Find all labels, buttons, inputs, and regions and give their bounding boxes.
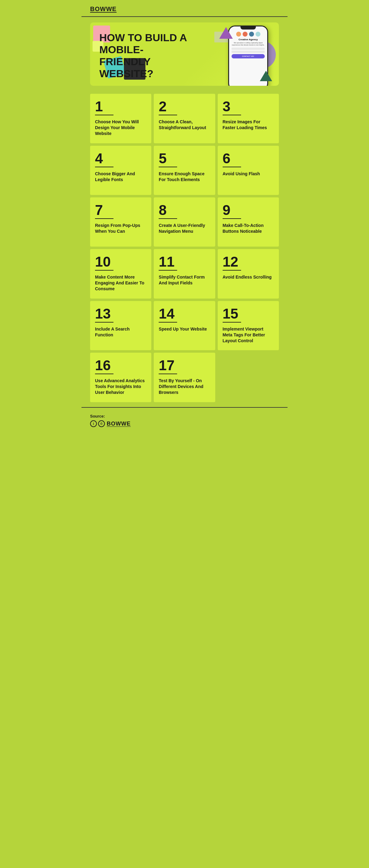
tip-item-16: 16Use Advanced Analytics Tools For Insig… [90,353,151,402]
tip-number-11: 11 [159,255,210,269]
tip-item-1: 1Choose How You Will Design Your Mobile … [90,94,151,143]
tip-text-12: Avoid Endless Scrolling [223,274,274,280]
tip-divider-13 [95,322,114,322]
deco-triangle-purple [219,27,233,39]
tip-text-8: Create A User-Friendly Navigation Menu [159,223,210,234]
tip-text-14: Speed Up Your Website [159,326,210,332]
footer-source-label: Source: [90,414,279,418]
tip-number-9: 9 [223,203,274,217]
tip-text-3: Resize Images For Faster Loading Times [223,119,274,131]
tip-text-15: Implement Viewport Meta Tags For Better … [223,326,274,344]
tip-number-17: 17 [159,358,210,372]
tip-text-16: Use Advanced Analytics Tools For Insight… [95,378,146,395]
tip-number-12: 12 [223,255,274,269]
tip-divider-1 [95,115,114,115]
tip-number-16: 16 [95,358,146,372]
footer-icon-copyright: © [98,420,105,427]
avatar-2 [242,31,248,37]
hero-section: HOW TO BUILD A MOBILE-FRIENDLY WEBSITE? … [90,23,279,86]
tip-number-7: 7 [95,203,146,217]
phone-notch [241,26,256,30]
footer-logo-area: i © BOWWE [90,420,279,427]
tip-number-1: 1 [95,99,146,114]
tip-number-8: 8 [159,203,210,217]
tip-divider-15 [223,322,241,322]
tip-text-17: Test By Yourself - On Different Devices … [159,378,210,395]
footer-icon-info: i [90,420,97,427]
tip-item-5: 5Ensure Enough Space For Touch Elements [154,146,215,195]
tip-item-6: 6Avoid Using Flash [218,146,279,195]
tips-grid: 1Choose How You Will Design Your Mobile … [82,91,287,405]
tip-item-4: 4Choose Bigger And Legible Fonts [90,146,151,195]
tip-divider-17 [159,374,177,374]
tip-item-3: 3Resize Images For Faster Loading Times [218,94,279,143]
tip-text-2: Choose A Clean, Straightforward Layout [159,119,210,131]
tip-empty-1 [218,353,279,402]
tip-item-2: 2Choose A Clean, Straightforward Layout [154,94,215,143]
tip-number-3: 3 [223,99,274,114]
tip-divider-2 [159,115,177,115]
phone-screen: Creative Agency We specialize in craftin… [229,30,267,60]
tip-text-6: Avoid Using Flash [223,171,274,177]
tip-divider-11 [159,270,177,271]
tip-text-5: Ensure Enough Space For Touch Elements [159,171,210,183]
tip-text-7: Resign From Pop-Ups When You Can [95,223,146,234]
phone-agency-name: Creative Agency [232,38,265,41]
tip-divider-5 [159,167,177,167]
footer: Source: i © BOWWE [82,407,287,433]
tip-divider-12 [223,270,241,271]
tip-number-10: 10 [95,255,146,269]
tip-number-14: 14 [159,307,210,321]
header-logo: BOWWE [90,5,117,12]
tip-divider-14 [159,322,177,322]
avatar-1 [236,31,241,37]
tip-item-12: 12Avoid Endless Scrolling [218,249,279,299]
tip-text-1: Choose How You Will Design Your Mobile W… [95,119,146,136]
footer-logo-text: BOWWE [107,421,131,427]
tip-item-8: 8Create A User-Friendly Navigation Menu [154,197,215,247]
tip-text-4: Choose Bigger And Legible Fonts [95,171,146,183]
tip-divider-4 [95,167,114,167]
tip-item-11: 11Simplify Contact Form And Input Fields [154,249,215,299]
tip-item-10: 10Make Content More Engaging And Easier … [90,249,151,299]
phone-avatars [232,31,265,37]
tip-number-2: 2 [159,99,210,114]
tip-divider-3 [223,115,241,115]
avatar-3 [249,31,254,37]
tip-text-9: Make Call-To-Action Buttons Noticeable [223,223,274,234]
tip-divider-16 [95,374,114,374]
avatar-4 [255,31,261,37]
footer-icons: i © [90,420,105,427]
phone-field-2 [232,51,265,53]
deco-triangle-green [260,71,272,81]
tip-text-13: Include A Search Function [95,326,146,338]
tip-text-11: Simplify Contact Form And Input Fields [159,274,210,286]
tip-divider-9 [223,218,241,219]
tip-divider-6 [223,167,241,167]
tip-number-13: 13 [95,307,146,321]
hero-title: HOW TO BUILD A MOBILE-FRIENDLY WEBSITE? [99,32,193,80]
tip-divider-10 [95,270,114,271]
tip-item-7: 7Resign From Pop-Ups When You Can [90,197,151,247]
tip-item-14: 14Speed Up Your Website [154,301,215,350]
tip-item-13: 13Include A Search Function [90,301,151,350]
tip-number-4: 4 [95,151,146,165]
header: BOWWE [82,0,287,17]
tip-divider-8 [159,218,177,219]
tip-item-9: 9Make Call-To-Action Buttons Noticeable [218,197,279,247]
tip-number-15: 15 [223,307,274,321]
phone-field-1 [232,48,265,50]
tip-text-10: Make Content More Engaging And Easier To… [95,274,146,292]
phone-description: We specialize in crafting captivating di… [232,42,265,46]
tip-number-6: 6 [223,151,274,165]
tip-item-15: 15Implement Viewport Meta Tags For Bette… [218,301,279,350]
tip-divider-7 [95,218,114,219]
phone-cta-button: CONTACT US! [232,54,265,58]
tip-item-17: 17Test By Yourself - On Different Device… [154,353,215,402]
tip-number-5: 5 [159,151,210,165]
